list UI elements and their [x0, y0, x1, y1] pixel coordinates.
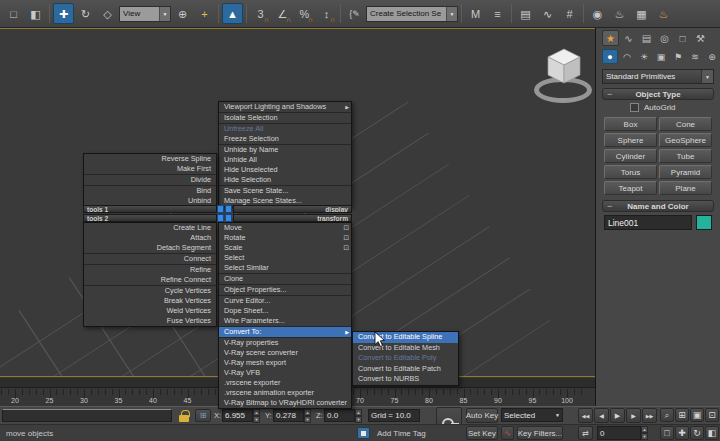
- menu-item-convert-editable-mesh[interactable]: Convert to Editable Mesh: [353, 343, 458, 354]
- maxscript-mini-listener[interactable]: [2, 409, 172, 422]
- category-cameras[interactable]: ▣: [653, 49, 669, 64]
- menu-item-curve-editor[interactable]: Curve Editor...: [219, 296, 351, 306]
- menu-item-vray-mesh-export[interactable]: V-Ray mesh export: [219, 358, 351, 368]
- absolute-mode-toggle[interactable]: ⊞: [195, 409, 211, 422]
- keyboard-override-toggle[interactable]: ▲: [222, 3, 243, 24]
- select-move-button[interactable]: ✚: [53, 3, 74, 24]
- x-coord-field[interactable]: 6.955: [222, 409, 253, 422]
- menu-item-reverse-spline[interactable]: Reverse Spline: [84, 154, 216, 164]
- autogrid-checkbox[interactable]: [630, 103, 639, 112]
- dropdown-arrow-icon[interactable]: ▼: [159, 7, 170, 21]
- cylinder-button[interactable]: Cylinder: [604, 149, 657, 163]
- menu-item-refine-connect[interactable]: Refine Connect: [84, 275, 216, 285]
- menu-item-vray-properties[interactable]: V-Ray properties: [219, 338, 351, 348]
- mirror-button[interactable]: M: [465, 3, 486, 24]
- tab-utilities[interactable]: ⚒: [692, 30, 709, 46]
- menu-item-save-scene-state[interactable]: Save Scene State...: [219, 186, 351, 196]
- teapot-button[interactable]: Teapot: [604, 181, 657, 195]
- menu-item-vrscene-exporter[interactable]: .vrscene exporter: [219, 378, 351, 388]
- zoom-region-button[interactable]: □: [660, 426, 674, 440]
- category-geometry[interactable]: ●: [602, 49, 618, 64]
- menu-item-convert-nurbs[interactable]: Convert to NURBS: [353, 374, 458, 385]
- plane-button[interactable]: Plane: [659, 181, 712, 195]
- y-spinner[interactable]: ▲▼: [304, 409, 311, 422]
- cone-button[interactable]: Cone: [659, 117, 712, 131]
- schematic-view-button[interactable]: #: [559, 3, 580, 24]
- orbit-button[interactable]: ↻: [690, 426, 704, 440]
- next-frame-button[interactable]: ▶: [626, 408, 641, 423]
- frame-spinner[interactable]: ▲▼: [641, 426, 648, 440]
- menu-item-hide-unselected[interactable]: Hide Unselected: [219, 165, 351, 175]
- dropdown-arrow-icon[interactable]: ▼: [555, 412, 560, 418]
- zoom-button[interactable]: ⌕: [660, 408, 674, 422]
- menu-item-scale[interactable]: Scale⊡: [219, 243, 351, 253]
- menu-item-select-similar[interactable]: Select Similar: [219, 263, 351, 273]
- z-coord-field[interactable]: 0.0: [324, 409, 355, 422]
- render-setup-button[interactable]: ♨: [609, 3, 630, 24]
- key-tangents-icon[interactable]: ∿: [501, 426, 514, 440]
- isolate-selection-icon[interactable]: [357, 427, 370, 439]
- menu-item-vray-bitmap-to-vrayhdri[interactable]: V-Ray Bitmap to VRayHDRI converter: [219, 398, 351, 408]
- y-coord-field[interactable]: 0.278: [273, 409, 304, 422]
- category-lights[interactable]: ☀: [636, 49, 652, 64]
- menu-item-create-line[interactable]: Create Line: [84, 223, 216, 233]
- menu-item-clone[interactable]: Clone: [219, 274, 351, 284]
- category-helpers[interactable]: ⚑: [670, 49, 686, 64]
- window-crossing-icon[interactable]: ◧: [25, 3, 46, 24]
- pan-button[interactable]: ✚: [675, 426, 689, 440]
- menu-item-isolate-selection[interactable]: Isolate Selection: [219, 113, 351, 123]
- box-button[interactable]: Box: [604, 117, 657, 131]
- tab-hierarchy[interactable]: ▤: [638, 30, 655, 46]
- select-region-icon[interactable]: □: [3, 3, 24, 24]
- menu-item-rotate[interactable]: Rotate⊡: [219, 233, 351, 243]
- torus-button[interactable]: Torus: [604, 165, 657, 179]
- menu-item-freeze-selection[interactable]: Freeze Selection: [219, 134, 351, 144]
- tab-modify[interactable]: ∿: [620, 30, 637, 46]
- menu-item-weld-vertices[interactable]: Weld Vertices: [84, 306, 216, 316]
- menu-item-bind[interactable]: Bind: [84, 186, 216, 196]
- menu-item-dope-sheet[interactable]: Dope Sheet...: [219, 306, 351, 316]
- settings-box-icon[interactable]: ⊡: [343, 233, 349, 243]
- go-to-end-button[interactable]: ▶▶: [642, 408, 657, 423]
- menu-item-break-vertices[interactable]: Break Vertices: [84, 296, 216, 306]
- sphere-button[interactable]: Sphere: [604, 133, 657, 147]
- tab-motion[interactable]: ◎: [656, 30, 673, 46]
- menu-item-refine[interactable]: Refine: [84, 265, 216, 275]
- lock-selection-icon[interactable]: [179, 415, 189, 422]
- percent-snap-button[interactable]: %∩: [294, 3, 315, 24]
- menu-item-convert-editable-spline[interactable]: Convert to Editable Spline: [353, 332, 458, 343]
- rendered-frame-window-button[interactable]: ▦: [631, 3, 652, 24]
- play-button[interactable]: ▶: [610, 408, 625, 423]
- select-rotate-button[interactable]: ↻: [75, 3, 96, 24]
- menu-item-viewport-lighting-and-shadows[interactable]: Viewport Lighting and Shadows▶: [219, 102, 351, 112]
- settings-box-icon[interactable]: ⊡: [343, 223, 349, 233]
- render-production-button[interactable]: ♨: [653, 3, 674, 24]
- zoom-all-button[interactable]: ⊞: [675, 408, 689, 422]
- selection-set-dropdown-status[interactable]: Selected ▼: [501, 408, 563, 422]
- menu-item-detach-segment[interactable]: Detach Segment: [84, 243, 216, 253]
- menu-item-convert-to[interactable]: Convert To:▶: [219, 327, 351, 337]
- viewcube[interactable]: [543, 46, 585, 88]
- previous-frame-button[interactable]: ◀: [594, 408, 609, 423]
- object-color-swatch[interactable]: [696, 215, 712, 230]
- category-systems[interactable]: ⊛: [704, 49, 720, 64]
- set-key-button[interactable]: Set Key: [466, 426, 498, 440]
- key-mode-toggle[interactable]: ⇄: [578, 426, 593, 440]
- angle-snap-button[interactable]: ∠∩: [272, 3, 293, 24]
- tab-display[interactable]: □: [674, 30, 691, 46]
- menu-item-cycle-vertices[interactable]: Cycle Vertices: [84, 286, 216, 296]
- x-spinner[interactable]: ▲▼: [253, 409, 260, 422]
- zoom-extents-all-button[interactable]: ⊡: [705, 408, 719, 422]
- material-editor-button[interactable]: ◉: [587, 3, 608, 24]
- tab-create[interactable]: ★: [602, 30, 619, 46]
- z-spinner[interactable]: ▲▼: [355, 409, 362, 422]
- add-time-tag-label[interactable]: Add Time Tag: [377, 429, 426, 438]
- dropdown-arrow-icon[interactable]: ▼: [446, 7, 457, 21]
- menu-item-divide[interactable]: Divide: [84, 175, 216, 185]
- category-spacewarps[interactable]: ≋: [687, 49, 703, 64]
- layer-manager-button[interactable]: ▤: [515, 3, 536, 24]
- menu-item-move[interactable]: Move⊡: [219, 223, 351, 233]
- tube-button[interactable]: Tube: [659, 149, 712, 163]
- select-manipulate-button[interactable]: +: [194, 3, 215, 24]
- menu-item-convert-editable-patch[interactable]: Convert to Editable Patch: [353, 364, 458, 375]
